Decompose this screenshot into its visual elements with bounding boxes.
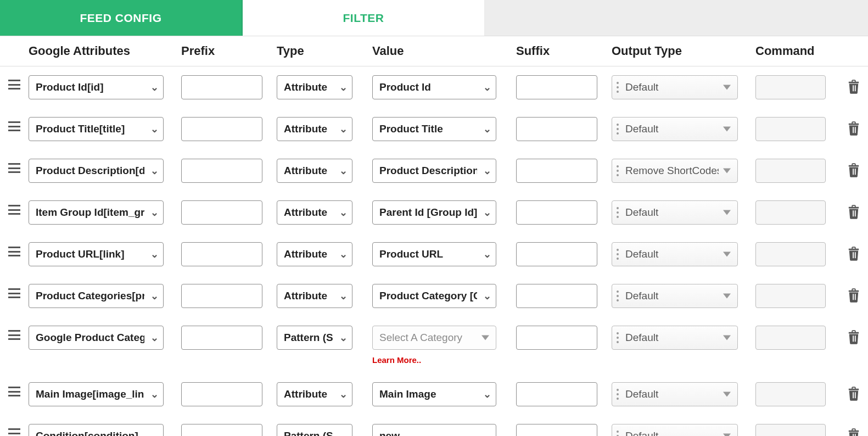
select-value: Remove ShortCodes: [625, 165, 719, 177]
output-type-select[interactable]: Default: [612, 284, 738, 308]
output-type-select[interactable]: Default: [612, 200, 738, 225]
delete-row-button[interactable]: [848, 121, 860, 138]
chevron-down-icon: ⌄: [339, 165, 348, 177]
command-input[interactable]: [755, 75, 826, 99]
prefix-input[interactable]: [181, 382, 262, 406]
delete-row-button[interactable]: [848, 247, 860, 263]
prefix-input[interactable]: [181, 200, 262, 225]
value-select[interactable]: Product Category [Category Path]⌄: [372, 284, 496, 308]
chevron-down-icon: [723, 127, 731, 132]
tab-filter[interactable]: FILTER: [243, 0, 485, 36]
type-select[interactable]: Attribute ⌄: [277, 117, 352, 141]
type-select[interactable]: Attribute ⌄: [277, 200, 352, 225]
command-input[interactable]: [755, 326, 826, 350]
type-select[interactable]: Attribute ⌄: [277, 242, 352, 266]
suffix-input[interactable]: [516, 326, 597, 350]
output-type-select[interactable]: Remove ShortCodes: [612, 159, 738, 183]
output-type-select[interactable]: Default: [612, 382, 738, 406]
google-attribute-select[interactable]: Main Image[image_link] ⌄: [29, 382, 164, 406]
table-row: Google Product Category[google_product_c…: [0, 317, 868, 373]
drag-handle-icon[interactable]: [8, 288, 20, 298]
type-select[interactable]: Attribute ⌄: [277, 382, 352, 406]
suffix-input[interactable]: [516, 75, 597, 99]
value-select[interactable]: Parent Id [Group Id]⌄: [372, 200, 496, 225]
command-input[interactable]: [755, 200, 826, 225]
prefix-input[interactable]: [181, 424, 262, 436]
value-select[interactable]: Product Description⌄: [372, 159, 496, 183]
drag-handle-icon[interactable]: [8, 428, 20, 436]
output-type-select[interactable]: Default: [612, 326, 738, 350]
google-attribute-select[interactable]: Product Categories[product_type] ⌄: [29, 284, 164, 308]
output-type-select[interactable]: Default: [612, 424, 738, 436]
drag-handle-icon[interactable]: [8, 163, 20, 173]
output-type-select[interactable]: Default: [612, 117, 738, 141]
command-input[interactable]: [755, 284, 826, 308]
value-select[interactable]: Main Image⌄: [372, 382, 496, 406]
select-value: Main Image[image_link]: [36, 388, 144, 400]
prefix-input[interactable]: [181, 117, 262, 141]
google-attribute-select[interactable]: Condition[condition] ⌄: [29, 424, 164, 436]
value-category-select[interactable]: Select A Category: [372, 326, 496, 350]
drag-handle-icon[interactable]: [8, 247, 20, 256]
chevron-down-icon: ⌄: [483, 248, 491, 260]
prefix-input[interactable]: [181, 75, 262, 99]
type-select[interactable]: Attribute ⌄: [277, 284, 352, 308]
output-type-select[interactable]: Default: [612, 75, 738, 99]
select-value: Product Description[description]: [36, 165, 144, 177]
drag-handle-icon[interactable]: [8, 80, 20, 90]
tab-label: FEED CONFIG: [80, 12, 161, 25]
command-input[interactable]: [755, 424, 826, 436]
table-row: Product Title[title] ⌄ Attribute ⌄ Produ…: [0, 108, 868, 150]
chevron-down-icon: ⌄: [483, 81, 491, 93]
suffix-input[interactable]: [516, 424, 597, 436]
delete-row-button[interactable]: [848, 163, 860, 180]
google-attribute-select[interactable]: Google Product Category[google_product_c…: [29, 326, 164, 350]
delete-row-button[interactable]: [848, 330, 860, 346]
chevron-down-icon: [723, 336, 731, 340]
delete-row-button[interactable]: [848, 428, 860, 436]
suffix-input[interactable]: [516, 382, 597, 406]
suffix-input[interactable]: [516, 242, 597, 266]
command-input[interactable]: [755, 117, 826, 141]
prefix-input[interactable]: [181, 242, 262, 266]
command-input[interactable]: [755, 242, 826, 266]
delete-row-button[interactable]: [848, 80, 860, 96]
value-select[interactable]: Product Id⌄: [372, 75, 496, 99]
google-attribute-select[interactable]: Product Id[id] ⌄: [29, 75, 164, 99]
drag-handle-icon[interactable]: [8, 387, 20, 396]
type-select[interactable]: Pattern (Static) ⌄: [277, 326, 352, 350]
google-attribute-select[interactable]: Product URL[link] ⌄: [29, 242, 164, 266]
prefix-input[interactable]: [181, 284, 262, 308]
google-attribute-select[interactable]: Product Description[description] ⌄: [29, 159, 164, 183]
type-select[interactable]: Pattern (Static) ⌄: [277, 424, 352, 436]
drag-handle-icon[interactable]: [8, 121, 20, 131]
tab-feed-config[interactable]: FEED CONFIG: [0, 0, 243, 36]
chevron-down-icon: [481, 336, 489, 340]
table-header: Google Attributes Prefix Type Value Suff…: [0, 36, 868, 66]
learn-more-link[interactable]: Learn More..: [372, 355, 509, 365]
command-input[interactable]: [755, 159, 826, 183]
trash-icon: [848, 428, 860, 436]
table-row: Item Group Id[item_group_id] ⌄ Attribute…: [0, 192, 868, 233]
suffix-input[interactable]: [516, 200, 597, 225]
prefix-input[interactable]: [181, 326, 262, 350]
google-attribute-select[interactable]: Item Group Id[item_group_id] ⌄: [29, 200, 164, 225]
value-select[interactable]: Product Title⌄: [372, 117, 496, 141]
suffix-input[interactable]: [516, 284, 597, 308]
command-input[interactable]: [755, 382, 826, 406]
google-attribute-select[interactable]: Product Title[title] ⌄: [29, 117, 164, 141]
drag-handle-icon[interactable]: [8, 205, 20, 215]
value-select[interactable]: Product URL⌄: [372, 242, 496, 266]
suffix-input[interactable]: [516, 159, 597, 183]
delete-row-button[interactable]: [848, 205, 860, 221]
type-select[interactable]: Attribute ⌄: [277, 159, 352, 183]
value-input[interactable]: new: [372, 424, 496, 436]
suffix-input[interactable]: [516, 117, 597, 141]
prefix-input[interactable]: [181, 159, 262, 183]
drag-handle-icon[interactable]: [8, 330, 20, 340]
delete-row-button[interactable]: [848, 288, 860, 305]
output-type-select[interactable]: Default: [612, 242, 738, 266]
type-select[interactable]: Attribute ⌄: [277, 75, 352, 99]
delete-row-button[interactable]: [848, 387, 860, 403]
drag-dots-icon: [617, 207, 619, 218]
